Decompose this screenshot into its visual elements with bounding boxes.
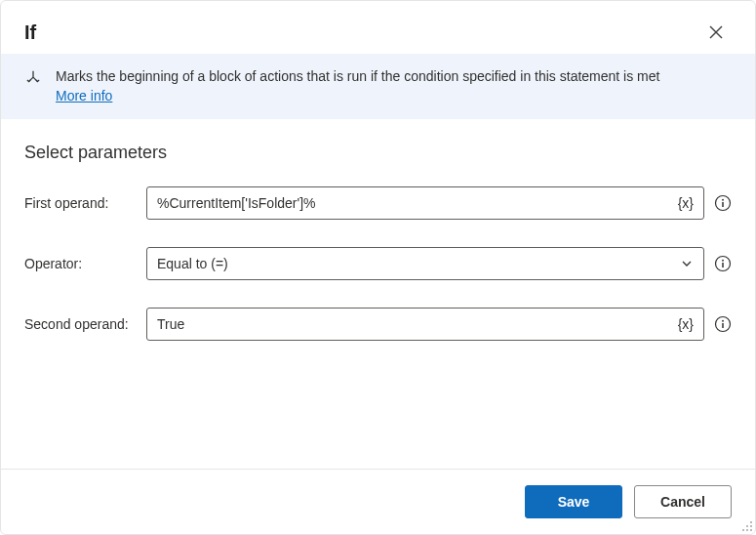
chevron-down-icon — [680, 257, 694, 270]
operator-info-button[interactable] — [714, 255, 732, 272]
cancel-button[interactable]: Cancel — [634, 485, 732, 518]
close-button[interactable] — [700, 17, 732, 48]
svg-point-9 — [722, 320, 724, 322]
svg-rect-10 — [722, 323, 724, 328]
branch-icon — [24, 69, 42, 90]
section-heading: Select parameters — [24, 143, 732, 163]
second-operand-value: True — [157, 316, 672, 332]
second-operand-label: Second operand: — [24, 316, 146, 332]
close-icon — [709, 25, 723, 39]
svg-rect-4 — [722, 202, 724, 207]
first-operand-info-button[interactable] — [714, 194, 732, 212]
save-button[interactable]: Save — [525, 485, 622, 518]
if-dialog: If Marks the beginning of a block of act… — [0, 0, 756, 535]
dialog-title: If — [24, 21, 36, 44]
operator-select[interactable]: Equal to (=) — [146, 247, 704, 280]
first-operand-row: First operand: %CurrentItem['IsFolder']%… — [24, 186, 732, 220]
variable-picker-icon[interactable]: {x} — [678, 316, 694, 332]
svg-point-6 — [722, 260, 724, 262]
dialog-footer: Save Cancel — [1, 469, 755, 534]
operator-label: Operator: — [24, 256, 146, 271]
second-operand-info-button[interactable] — [714, 315, 732, 333]
operator-row: Operator: Equal to (=) — [24, 247, 732, 280]
first-operand-input[interactable]: %CurrentItem['IsFolder']% {x} — [146, 186, 704, 220]
operator-value: Equal to (=) — [157, 256, 680, 271]
info-banner: Marks the beginning of a block of action… — [1, 54, 755, 119]
first-operand-value: %CurrentItem['IsFolder']% — [157, 195, 672, 211]
more-info-link[interactable]: More info — [56, 88, 112, 103]
second-operand-row: Second operand: True {x} — [24, 308, 732, 341]
svg-point-3 — [722, 199, 724, 201]
second-operand-input[interactable]: True {x} — [146, 308, 704, 341]
first-operand-label: First operand: — [24, 195, 146, 211]
info-icon — [714, 315, 732, 333]
info-icon — [714, 255, 732, 272]
dialog-content: Select parameters First operand: %Curren… — [1, 119, 755, 469]
dialog-header: If — [1, 1, 755, 54]
info-icon — [714, 194, 732, 212]
variable-picker-icon[interactable]: {x} — [678, 195, 694, 211]
svg-rect-7 — [722, 263, 724, 268]
info-banner-text: Marks the beginning of a block of action… — [56, 67, 659, 105]
info-description: Marks the beginning of a block of action… — [56, 68, 659, 84]
